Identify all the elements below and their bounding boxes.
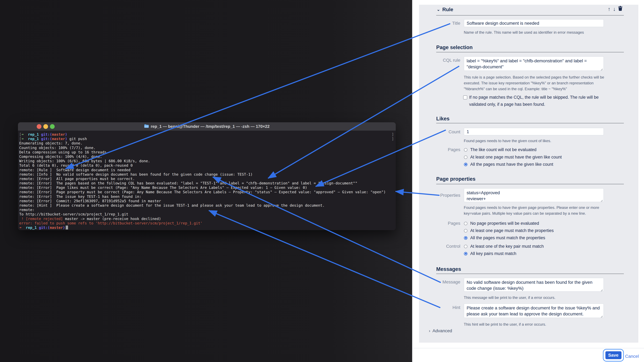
divider	[436, 52, 624, 52]
resize-handle-icon[interactable]	[600, 67, 603, 70]
minimize-window-button[interactable]	[43, 124, 48, 129]
properties-pages-option-2[interactable]: All the pages must match the properties	[464, 235, 545, 240]
terminal-line: Compressing objects: 100% (4/4), done.	[18, 154, 396, 159]
like-count-input[interactable]: 1	[464, 128, 604, 135]
terminal-line: remote: [Error] The issue key TEST-1 has…	[18, 194, 396, 199]
properties-helper-text: Found pages needs to have the given page…	[464, 205, 612, 216]
delete-rule-icon[interactable]	[618, 6, 622, 12]
control-option-0[interactable]: At least one of the key pair must match	[464, 244, 544, 249]
terminal-line: remote: [Error] All page properties must…	[18, 177, 396, 181]
chevron-down-icon: ⌄	[437, 7, 440, 12]
radio-selected-icon[interactable]	[464, 236, 468, 240]
chevron-right-icon: ›	[429, 328, 430, 333]
likes-pages-option-0[interactable]: The like count will not be evaluated	[464, 147, 536, 152]
cql-helper-text: This rule is a page selection. Based on …	[464, 74, 612, 92]
footer-divider	[412, 348, 644, 348]
panel-divider	[412, 0, 412, 362]
rule-section-header[interactable]: ⌄ Rule	[437, 6, 453, 12]
hint-helper-text: This hint will be print to the user, if …	[464, 321, 612, 327]
resize-handle-icon[interactable]	[600, 314, 603, 317]
terminal-line: ➜ rep_1 git:(master)	[18, 225, 396, 230]
divider	[436, 184, 624, 184]
resize-handle-icon[interactable]	[600, 288, 603, 291]
message-helper-text: This message will be print to the user, …	[464, 295, 612, 301]
rule-section-title: Rule	[442, 6, 453, 12]
title-field-label: Title	[419, 21, 460, 26]
radio-selected-icon[interactable]	[464, 252, 468, 255]
likes-pages-label: Pages	[419, 147, 460, 152]
terminal-line: remote:	[18, 208, 396, 212]
terminal-line: remote: [Hint ] Please create a software…	[18, 203, 396, 208]
count-helper-text: Found pages needs to have the given coun…	[464, 138, 612, 144]
message-textarea[interactable]: No valid software design document has be…	[464, 278, 604, 292]
terminal-window: rep_1 — benni@Thunder — /tmp/test/rep_1 …	[18, 122, 396, 230]
close-window-button[interactable]	[37, 124, 42, 129]
terminal-line: remote: [Error] The pages based on the f…	[18, 181, 396, 185]
terminal-line: error: failed to push some refs to 'http…	[18, 221, 396, 225]
page: rep_1 — benni@Thunder — /tmp/test/rep_1 …	[0, 0, 644, 362]
terminal-line: To http://bitbucket-server/scm/project_1…	[18, 212, 396, 216]
title-input[interactable]: Software design document is needed	[464, 19, 604, 27]
move-rule-up-icon[interactable]: ↑	[608, 6, 610, 12]
terminal-line: remote: [Error] Page likes must be corre…	[18, 185, 396, 190]
terminal-line: Writing objects: 100% (6/6), 686 bytes |…	[18, 159, 396, 163]
terminal-line: [➜ rep_1 git:(master)]	[18, 132, 396, 137]
terminal-line: remote: [Error] Page property must be co…	[18, 190, 396, 194]
hint-field-label: Hint	[419, 305, 460, 310]
zoom-window-button[interactable]	[50, 124, 55, 129]
properties-pages-option-0[interactable]: No page properties will be evaluated	[464, 221, 539, 226]
terminal-titlebar[interactable]: rep_1 — benni@Thunder — /tmp/test/rep_1 …	[18, 122, 396, 131]
move-rule-down-icon[interactable]: ↓	[613, 6, 616, 12]
radio-icon[interactable]	[464, 155, 468, 159]
divider	[436, 274, 624, 274]
advanced-toggle[interactable]: › Advanced	[429, 328, 452, 333]
page-selection-heading: Page selection	[436, 44, 472, 50]
control-option-1[interactable]: All key pairs must match	[464, 251, 516, 256]
terminal-title: rep_1 — benni@Thunder — /tmp/test/rep_1 …	[144, 124, 270, 129]
terminal-line: Counting objects: 100% (7/7), done.	[18, 146, 396, 150]
count-field-label: Count	[419, 129, 460, 134]
terminal-line: remote: [Rule ] Software design document…	[18, 168, 396, 172]
title-helper-text: Name of the rule. This name will be used…	[464, 29, 612, 35]
skip-rule-checkbox[interactable]	[463, 95, 467, 99]
terminal-line: Total 6 (delta 0), reused 0 (delta 0), p…	[18, 163, 396, 168]
folder-icon	[144, 124, 149, 129]
terminal-line: remote: [Info ] No valid software design…	[18, 172, 396, 177]
properties-pages-label: Pages	[419, 221, 460, 226]
likes-heading: Likes	[436, 116, 450, 122]
radio-icon[interactable]	[464, 229, 468, 233]
radio-icon[interactable]	[464, 148, 468, 152]
terminal-line: [➜ rep_1 git:(master) git push]	[18, 137, 396, 141]
terminal-title-text: rep_1 — benni@Thunder — /tmp/test/rep_1 …	[151, 124, 270, 129]
messages-heading: Messages	[436, 266, 461, 272]
radio-selected-icon[interactable]	[464, 163, 468, 166]
properties-textarea[interactable]: status=Approved reviewer+	[464, 188, 604, 202]
hint-textarea[interactable]: Please create a software design document…	[464, 304, 604, 318]
advanced-label: Advanced	[432, 328, 452, 333]
save-button[interactable]: Save	[606, 351, 622, 359]
properties-pages-option-1[interactable]: At least one page must match the propert…	[464, 228, 554, 233]
radio-icon[interactable]	[464, 222, 468, 225]
cql-rule-textarea[interactable]: label = "%key%" and label = "chfb-demons…	[464, 56, 604, 71]
cancel-link[interactable]: Cancel	[625, 354, 639, 359]
divider	[436, 123, 624, 123]
properties-field-label: Properties	[419, 193, 460, 198]
terminal-line: remote: [Error] Commit: 29ef1363097, 871…	[18, 199, 396, 203]
skip-rule-checkbox-label: If no page matches the CQL, the rule wil…	[469, 94, 608, 108]
control-label: Control	[419, 244, 460, 249]
resize-handle-icon[interactable]	[600, 198, 603, 201]
radio-icon[interactable]	[464, 245, 468, 248]
cql-field-label: CQL rule	[419, 58, 460, 63]
terminal-line: Enumerating objects: 7, done.	[18, 141, 396, 145]
likes-pages-option-1[interactable]: At least one page must have the given li…	[464, 155, 562, 160]
terminal-line: ! [remote rejected] master -> master (pr…	[18, 217, 396, 221]
save-button-focus-ring: Save	[603, 349, 624, 362]
divider	[436, 15, 624, 15]
likes-pages-option-2[interactable]: All the pages must have the given like c…	[464, 162, 553, 167]
terminal-output: [➜ rep_1 git:(master)][➜ rep_1 git:(mast…	[18, 131, 396, 230]
page-properties-heading: Page properties	[436, 176, 476, 182]
message-field-label: Message	[419, 280, 460, 285]
rule-config-panel	[419, 5, 638, 343]
terminal-line: Delta compression using up to 16 threads	[18, 150, 396, 154]
